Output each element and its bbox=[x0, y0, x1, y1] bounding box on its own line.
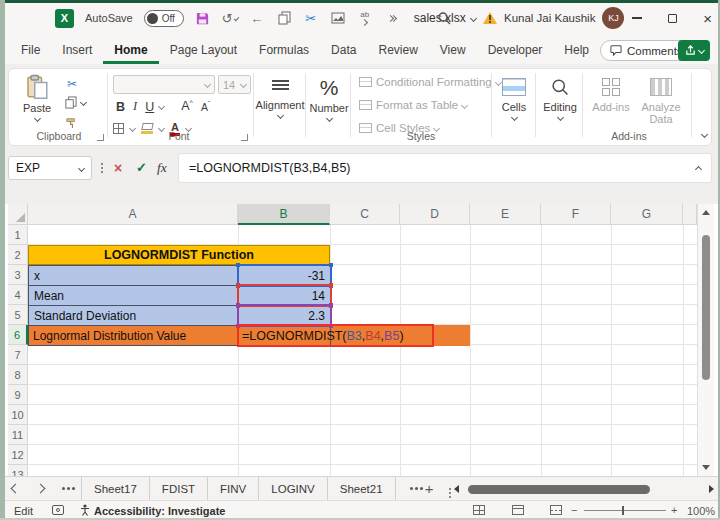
zoom-slider-knob[interactable] bbox=[622, 506, 624, 515]
tab-view[interactable]: View bbox=[429, 36, 477, 64]
undo-icon[interactable]: ↺ bbox=[222, 10, 238, 26]
borders-dropdown-icon[interactable] bbox=[129, 125, 136, 132]
sheet-tab-loginv[interactable]: LOGINV bbox=[259, 477, 327, 501]
scroll-right-icon[interactable] bbox=[709, 485, 714, 493]
sheet-next-icon[interactable] bbox=[36, 484, 46, 494]
alignment-button[interactable]: Alignment bbox=[256, 74, 304, 118]
normal-view-icon[interactable] bbox=[473, 505, 485, 515]
sheet-tab-fdist[interactable]: FDIST bbox=[150, 477, 208, 501]
cell-a5[interactable]: Standard Deviation bbox=[28, 305, 239, 326]
scroll-up-icon[interactable] bbox=[702, 210, 710, 215]
zoom-in-icon[interactable]: + bbox=[671, 504, 677, 516]
tab-home[interactable]: Home bbox=[103, 36, 158, 64]
cell-a6[interactable]: Lognormal Distribution Value bbox=[28, 325, 238, 346]
accessibility-status[interactable]: Accessibility: Investigate bbox=[94, 505, 225, 517]
clipboard-dialog-launcher-icon[interactable] bbox=[97, 134, 104, 141]
increase-font-icon[interactable]: A^ bbox=[178, 99, 196, 113]
translate-icon[interactable]: ab bbox=[357, 10, 373, 26]
underline-button[interactable]: U bbox=[142, 100, 157, 114]
sheet-tab-sheet21[interactable]: Sheet21 bbox=[328, 477, 396, 501]
vertical-scrollbar[interactable] bbox=[697, 204, 714, 476]
cancel-icon[interactable]: × bbox=[114, 160, 122, 176]
select-all-corner[interactable] bbox=[8, 204, 28, 225]
scroll-down-icon[interactable] bbox=[702, 465, 710, 470]
copy-icon[interactable] bbox=[276, 10, 292, 26]
horizontal-scrollbar[interactable] bbox=[452, 479, 714, 499]
formula-input[interactable]: =LOGNORMDIST(B3,B4,B5) bbox=[178, 153, 712, 183]
zoom-slider-track[interactable] bbox=[584, 510, 666, 511]
tab-page-layout[interactable]: Page Layout bbox=[159, 36, 248, 64]
tab-developer[interactable]: Developer bbox=[477, 36, 554, 64]
row-header-2[interactable]: 2 bbox=[8, 245, 28, 265]
conditional-formatting-button[interactable]: Conditional Formatting bbox=[359, 76, 501, 88]
row-header-11[interactable]: 11 bbox=[8, 425, 28, 445]
row-header-7[interactable]: 7 bbox=[8, 345, 28, 365]
cell-a2-b2-title[interactable]: LOGNORMDIST Function bbox=[28, 245, 330, 265]
scroll-left-icon[interactable] bbox=[454, 485, 459, 493]
row-header-10[interactable]: 10 bbox=[8, 405, 28, 425]
tab-data[interactable]: Data bbox=[320, 36, 367, 64]
insert-function-icon[interactable]: fx bbox=[157, 160, 167, 176]
cells-button[interactable]: Cells bbox=[494, 74, 534, 120]
account-area[interactable]: Kunal Jai Kaushik KJ bbox=[483, 0, 624, 36]
maximize-icon[interactable] bbox=[668, 14, 677, 23]
share-button[interactable] bbox=[678, 40, 710, 61]
tab-file[interactable]: File bbox=[10, 36, 51, 64]
number-button[interactable]: % Number bbox=[308, 74, 350, 121]
name-box-splitter-icon[interactable] bbox=[101, 163, 103, 165]
save-icon[interactable] bbox=[195, 10, 211, 26]
close-icon[interactable]: × bbox=[703, 11, 712, 26]
column-header-a[interactable]: A bbox=[28, 204, 238, 225]
row-header-4[interactable]: 4 bbox=[8, 285, 28, 305]
name-box[interactable]: EXP bbox=[8, 156, 92, 180]
macro-record-icon[interactable] bbox=[52, 505, 64, 515]
row-header-9[interactable]: 9 bbox=[8, 385, 28, 405]
font-size-select[interactable]: 14 bbox=[218, 75, 251, 94]
sheet-tab-finv[interactable]: FINV bbox=[208, 477, 259, 501]
editing-button[interactable]: Editing bbox=[538, 74, 582, 120]
row-header-3[interactable]: 3 bbox=[8, 265, 28, 285]
zoom-out-icon[interactable]: − bbox=[571, 504, 577, 516]
sheet-list-left-icon[interactable] bbox=[62, 487, 65, 490]
zoom-level[interactable]: 100% bbox=[687, 505, 715, 517]
add-sheet-icon[interactable]: + bbox=[425, 480, 434, 497]
tab-insert[interactable]: Insert bbox=[51, 36, 103, 64]
bold-button[interactable]: B bbox=[113, 100, 128, 114]
back-arrow-icon[interactable]: ← bbox=[249, 10, 265, 26]
sheet-prev-icon[interactable] bbox=[11, 484, 21, 494]
paste-button[interactable]: Paste bbox=[23, 74, 51, 121]
row-header-5[interactable]: 5 bbox=[8, 305, 28, 325]
row-header-8[interactable]: 8 bbox=[8, 365, 28, 385]
search-icon[interactable] bbox=[436, 10, 452, 26]
italic-button[interactable]: I bbox=[130, 99, 140, 114]
column-header-c[interactable]: C bbox=[330, 204, 400, 225]
font-dialog-launcher-icon[interactable] bbox=[241, 134, 248, 141]
enter-icon[interactable]: ✓ bbox=[136, 160, 147, 175]
column-header-partial[interactable] bbox=[683, 204, 697, 225]
vertical-scroll-thumb[interactable] bbox=[702, 235, 710, 380]
decrease-font-icon[interactable]: Aˇ bbox=[198, 100, 213, 113]
row-header-6[interactable]: 6 bbox=[8, 325, 28, 345]
avatar[interactable]: KJ bbox=[602, 7, 624, 29]
row-header-12[interactable]: 12 bbox=[8, 445, 28, 465]
page-break-view-icon[interactable] bbox=[550, 505, 562, 515]
font-name-select[interactable] bbox=[113, 75, 215, 94]
sheet-list-right-icon[interactable] bbox=[410, 487, 413, 490]
mode-indicator[interactable]: Edit bbox=[14, 505, 33, 517]
column-header-b[interactable]: B bbox=[238, 204, 330, 225]
format-as-table-button[interactable]: Format as Table bbox=[359, 99, 467, 111]
column-header-e[interactable]: E bbox=[470, 204, 541, 225]
row-header-1[interactable]: 1 bbox=[8, 225, 28, 245]
sheet-tab-sheet17[interactable]: Sheet17 bbox=[81, 477, 150, 501]
borders-icon[interactable] bbox=[113, 123, 124, 134]
row-header-13[interactable]: 13 bbox=[8, 465, 28, 476]
cell-a3[interactable]: x bbox=[28, 265, 239, 286]
underline-dropdown-icon[interactable] bbox=[158, 103, 165, 110]
ribbon-collapse-icon[interactable] bbox=[701, 131, 708, 138]
column-header-f[interactable]: F bbox=[541, 204, 611, 225]
horizontal-scroll-thumb[interactable] bbox=[468, 485, 650, 494]
tab-review[interactable]: Review bbox=[367, 36, 428, 64]
cut-icon[interactable]: ✂ bbox=[303, 10, 319, 26]
tab-formulas[interactable]: Formulas bbox=[248, 36, 320, 64]
formula-bar-expand-icon[interactable] bbox=[695, 166, 702, 173]
